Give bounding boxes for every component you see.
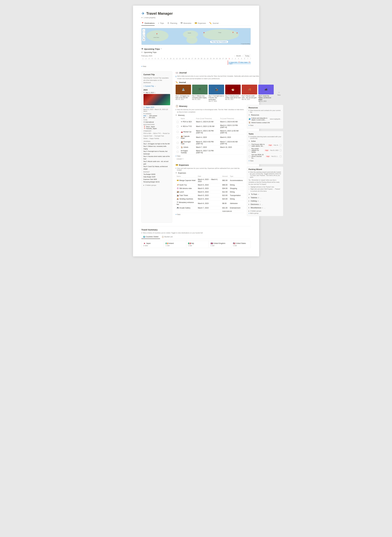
map-bubble: This map has 4 locations <box>210 41 228 43</box>
task-2-priority: High <box>265 149 269 151</box>
itinerary-check-1[interactable] <box>177 121 178 123</box>
packing-group-toiletries-header[interactable]: Toiletries 3 ... <box>249 196 281 199</box>
add-packing-group-button[interactable]: + Add a group <box>249 212 281 214</box>
planning-icon: 🗓 <box>167 22 169 24</box>
journal-photo-5[interactable]: 🍂 Day 5: Akizuki castle ruins - old, red… <box>242 85 257 102</box>
expenses-toggle[interactable]: Expenses <box>176 172 244 174</box>
add-trip-button[interactable]: + New <box>141 65 251 68</box>
map-zoom-in-button[interactable]: + <box>142 29 145 32</box>
budget-remaining: Remaining Budget: $2131 <box>144 181 170 183</box>
tab-itineraries[interactable]: 🗺 Itineraries <box>181 21 191 26</box>
add-expense-button[interactable]: + New <box>176 213 244 216</box>
exp-row8-date: March 7, 2023 <box>197 206 221 210</box>
journal-photo-2[interactable]: ⛩ Day 2: Oldtown tour, monastery bells r… <box>192 85 208 102</box>
table-row: 🚗Rental Car March 4, 2023 2:30 PM (GMT+9… <box>176 129 244 134</box>
country-us[interactable]: 🇺🇸 United States 1 visit <box>231 241 251 248</box>
japan-flag: 🇯🇵 <box>143 242 146 245</box>
packing-to-pack-toggle[interactable]: To Pack → <box>249 193 281 195</box>
task-3-checkbox[interactable] <box>280 156 281 157</box>
expenses-header-row: Name Date Amount Type <box>176 175 244 178</box>
map-toolbar: + − 🔍 ⊞ <box>142 29 145 41</box>
journal-toggle[interactable]: ✏️ Journal <box>176 81 283 83</box>
exp-row8-type: Entertainment <box>229 206 244 210</box>
country-italy[interactable]: 🇮🇹 Italy 1 visit <box>187 241 209 248</box>
date-2: 2 <box>145 58 148 59</box>
add-task-button[interactable]: + New <box>249 159 281 162</box>
packing-hidden-groups[interactable]: 4 hidden groups <box>249 210 281 212</box>
tab-expenses[interactable]: 💳 Expenses <box>195 21 206 26</box>
map-zoom-out-button[interactable]: − <box>142 32 145 35</box>
itinerary-expenses-col: 📋 Itinerary ℹ View the itinerary for you… <box>176 105 244 219</box>
bucket-tab-label: Bucket List <box>164 236 173 238</box>
journal-add-button[interactable]: + New <box>275 85 283 102</box>
tasks-toggle[interactable]: Active <box>249 140 281 142</box>
itinerary-col-to: To (Local Timezone) <box>219 117 244 120</box>
journal-photo-5-img: 🍂 <box>242 85 257 94</box>
itinerary-check-4[interactable] <box>177 136 178 138</box>
packing-group-electronics-header[interactable]: Electronics 2 ... <box>249 203 281 206</box>
country-uk[interactable]: 🇬🇧 United Kingdom 1 visit <box>209 241 231 248</box>
itinerary-check-2[interactable] <box>177 125 178 127</box>
property-link-text: 1 more property <box>144 17 156 19</box>
resources-toggle[interactable]: Resources <box>249 114 281 116</box>
tab-bucket-list[interactable]: 📋 Bucket List <box>160 235 174 239</box>
tasks-title: Tasks <box>249 133 281 135</box>
tab-planning[interactable]: 🗓 Planning <box>167 21 177 26</box>
trip-bar[interactable]: ✈ Japan 2023 📍 Tokyo, Japan 📍 Fukuoka, J… <box>228 61 251 64</box>
country-japan[interactable]: 🇯🇵 Japan 2 visits <box>142 241 164 248</box>
country-ireland[interactable]: 🇮🇪 Ireland 1 visit <box>164 241 187 248</box>
group-date: Mar 3, 2023 <box>146 92 154 93</box>
country-italy-name: 🇮🇹 Italy <box>188 242 207 245</box>
hidden-groups[interactable]: 3 hidden groups <box>144 184 170 186</box>
journal-photo-3[interactable]: 🚂 Day 3: Overnight train to Fukuoka, fas… <box>209 85 224 102</box>
packing-group-clothing-header[interactable]: Clothing 2 ... <box>249 200 281 202</box>
exp-row8-amount: $31.00 <box>221 206 229 210</box>
journal-item-5: Day 5: Akizuki castle ruins - old, red a… <box>144 160 170 165</box>
itinerary-check-6[interactable] <box>177 146 178 148</box>
packing-group-misc-header[interactable]: Miscellaneous 1 ... <box>249 207 281 209</box>
country-us-name: 🇺🇸 United States <box>233 242 251 245</box>
tab-countries-visited[interactable]: 🌍 Countries Visited <box>141 235 160 239</box>
resources-hint-text: View resources and contacts for your cur… <box>250 110 281 113</box>
travel-summary-heading: Travel Summary <box>141 228 251 231</box>
packing-group-toiletries: Toiletries 3 ... <box>249 196 281 199</box>
itinerary-check-3[interactable] <box>177 131 178 133</box>
expenses-hint-text: View and add expenses for your current t… <box>177 167 244 171</box>
exp-row7-amount: $8.00 <box>221 201 229 206</box>
task-check-2[interactable] <box>249 149 250 151</box>
timeline-prev-button[interactable]: ‹ <box>235 55 235 57</box>
property-link[interactable]: 1 more property <box>141 17 251 19</box>
task-1-checkbox[interactable] <box>280 144 281 146</box>
current-trip-link[interactable]: + Current Trip → <box>144 85 170 87</box>
timeline-header: February 2023 ‹ Month › Today <box>141 55 251 57</box>
upcoming-toggle[interactable]: Upcoming Trips <box>141 51 251 53</box>
exp-row5-amount: $13.00 <box>221 194 229 197</box>
tab-trips[interactable]: + Trips <box>158 21 164 26</box>
countries-tab-icon: 🌍 <box>143 236 145 238</box>
journal-photo-1[interactable]: 🏯 Day 1: Jet lagged, but high on this fi… <box>176 85 191 102</box>
add-itinerary-button[interactable]: + New <box>176 154 244 157</box>
task-2-checkbox[interactable] <box>280 149 281 151</box>
journal-photo-4[interactable]: 🍜 Day 4: Fukuoka street market, taste al… <box>225 85 241 102</box>
upcoming-help: ? <box>161 48 162 50</box>
task-check-1[interactable] <box>249 144 250 146</box>
date-6: 6 <box>157 58 160 59</box>
itinerary-check-7[interactable] <box>177 151 178 153</box>
itinerary-toggle[interactable]: Itinerary <box>176 114 244 116</box>
task-2-text: Buy power adapter for laptop <box>252 148 263 153</box>
tab-destinations[interactable]: 📍 Destinations <box>141 21 155 26</box>
exp-row7-date: March 6, 2023 <box>197 201 221 206</box>
trip-name-link[interactable]: ✈ Japan 2023 <box>144 106 170 108</box>
expenses-hint-icon: ℹ <box>176 167 176 169</box>
map-search-button[interactable]: 🔍 <box>142 35 145 38</box>
timeline-next-button[interactable]: › <box>242 55 243 57</box>
journal-photo-6[interactable]: 🏙 Day 6: Canal City Hakata, architectura… <box>258 85 274 102</box>
itinerary-check-5[interactable] <box>177 142 178 144</box>
task-check-3[interactable] <box>249 156 250 157</box>
journal-photo-4-img: 🍜 <box>225 85 241 94</box>
add-resource-button[interactable]: + New <box>249 124 281 127</box>
packing-card: Packing Wizard ℹ View the packing wizard… <box>247 167 283 216</box>
tab-journal[interactable]: ✏️ Journal <box>209 21 219 26</box>
map-layers-button[interactable]: ⊞ <box>142 38 145 41</box>
trip-group-label[interactable]: Mar 3, 2023 1 <box>144 92 170 93</box>
